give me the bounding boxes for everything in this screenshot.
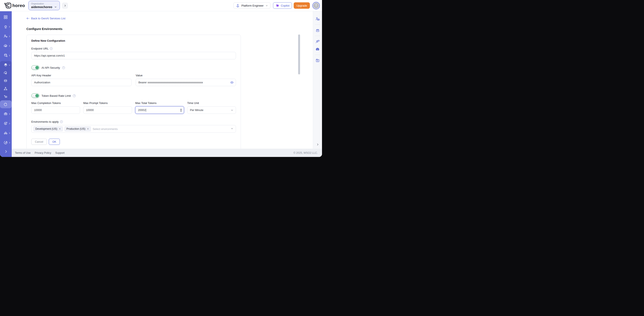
chevron-right-icon	[8, 35, 11, 37]
chevron-down-icon	[8, 64, 11, 66]
time-unit-select[interactable]: Per Minute	[187, 106, 236, 114]
sidebar-group-platform-services	[0, 61, 12, 108]
token-based-rate-limit-toggle[interactable]	[31, 93, 40, 98]
rail-divider	[315, 36, 320, 36]
page-title: Configure Environments	[26, 27, 313, 31]
footer-link-support[interactable]: Support	[55, 152, 64, 155]
section-title: Define New Configuration	[31, 39, 236, 42]
max-completion-tokens-input[interactable]	[31, 106, 80, 114]
rail-item-feedback[interactable]	[314, 38, 321, 45]
svg-text:K8S: K8S	[5, 114, 6, 115]
role-selector[interactable]: Platform Engineer	[234, 2, 270, 9]
sidebar-item-code-service[interactable]	[0, 77, 12, 85]
rail-divider	[315, 24, 320, 25]
vertical-scrollbar[interactable]	[298, 34, 300, 74]
main-content: Back to GenAI Services List Configure En…	[12, 11, 313, 149]
chevron-right-icon	[8, 122, 11, 125]
help-icon[interactable]: ?	[50, 47, 52, 50]
chevron-right-icon	[8, 45, 11, 47]
ok-button[interactable]: OK	[49, 139, 60, 145]
cloud-card-icon	[4, 44, 8, 48]
back-to-genai-services-link[interactable]: Back to GenAI Services List	[26, 17, 66, 20]
sidebar-item-dashboard[interactable]	[0, 12, 12, 22]
max-completion-tokens-label: Max Completion Tokens	[31, 101, 80, 105]
cloud-database-icon	[4, 71, 8, 75]
cancel-button[interactable]: Cancel	[31, 139, 47, 145]
sidebar-item-cloud-database[interactable]	[0, 69, 12, 77]
rail-expand-button[interactable]	[313, 143, 322, 146]
sidebar-item-build[interactable]	[0, 22, 12, 31]
api-key-value-input[interactable]	[136, 79, 236, 86]
time-unit-value: Per Minute	[190, 108, 204, 112]
chevron-right-icon	[316, 143, 319, 146]
organization-selector[interactable]: Organization aidemochoreo	[28, 1, 60, 10]
chevron-right-icon	[4, 150, 8, 153]
chevron-right-icon	[8, 54, 11, 57]
sidebar-item-topology[interactable]	[0, 85, 12, 93]
copilot-label: Copilot	[281, 4, 290, 7]
api-key-header-label: API Key Header	[31, 74, 132, 77]
sidebar-item-bot-service[interactable]	[0, 93, 12, 100]
reveal-value-button[interactable]	[230, 81, 234, 84]
max-total-tokens-input[interactable]: 20002	[135, 106, 184, 114]
right-rail	[313, 11, 322, 149]
chip-remove-icon[interactable]: ✕	[87, 128, 89, 130]
help-icon[interactable]: ?	[62, 66, 65, 69]
organization-value: aidemochoreo	[31, 5, 52, 9]
help-icon[interactable]: ?	[73, 94, 76, 97]
choreo-docs-icon	[315, 58, 320, 63]
chevron-right-icon	[64, 4, 66, 7]
sidebar-item-kubernetes[interactable]: K8S	[0, 109, 12, 119]
bot-service-icon	[4, 94, 8, 99]
max-total-tokens-label: Max Total Tokens	[135, 101, 184, 105]
endpoint-url-input[interactable]	[31, 52, 236, 59]
help-icon[interactable]: ?	[60, 120, 63, 123]
top-bar: horeo Organization aidemochoreo Platform…	[0, 0, 322, 11]
expand-breadcrumb-button[interactable]	[62, 2, 68, 9]
chip-label: Production (US)	[66, 127, 86, 130]
max-total-tokens-value: 20002	[138, 108, 146, 112]
sidebar-expand-button[interactable]	[0, 148, 12, 155]
platform-role-icon	[236, 3, 240, 8]
arrow-left-icon	[26, 17, 30, 20]
ai-api-security-toggle[interactable]	[31, 65, 40, 70]
sidebar-item-genai-services[interactable]	[0, 100, 12, 108]
sidebar-item-deploy-target[interactable]	[0, 119, 12, 128]
upgrade-button[interactable]: Upgrade	[294, 2, 310, 9]
api-key-header-input[interactable]	[31, 79, 132, 86]
discord-icon	[315, 47, 320, 52]
copilot-button[interactable]: Copilot	[273, 2, 292, 9]
sidebar-item-observe[interactable]	[0, 128, 12, 138]
rail-item-developer-code[interactable]	[314, 15, 321, 23]
number-stepper[interactable]	[180, 109, 182, 112]
developer-code-icon	[315, 16, 320, 21]
chevron-right-icon	[8, 142, 11, 144]
copilot-robot-icon	[276, 3, 280, 7]
target-wrench-icon	[4, 121, 8, 126]
footer-link-privacy[interactable]: Privacy Policy	[35, 152, 51, 155]
footer-link-terms[interactable]: Terms of Use	[15, 152, 31, 155]
stepper-down-icon[interactable]	[180, 111, 182, 112]
rail-item-choreo-docs[interactable]	[314, 57, 321, 64]
rail-item-discord[interactable]	[314, 45, 321, 53]
sidebar-item-identity[interactable]	[0, 31, 12, 41]
sidebar-item-layers[interactable]	[0, 61, 12, 69]
rail-item-marketplace[interactable]	[314, 26, 321, 34]
configuration-card: Define New Configuration Endpoint URL ? …	[26, 35, 241, 149]
token-based-rate-limit-label: Token Based Rate Limit	[42, 94, 71, 97]
organization-label: Organization	[31, 2, 58, 5]
environments-multiselect[interactable]: Development (US) ✕ Production (US) ✕ Sel…	[31, 125, 236, 133]
role-value: Platform Engineer	[242, 4, 264, 7]
stepper-up-icon[interactable]	[180, 109, 182, 110]
sidebar-item-cloud-apis[interactable]	[0, 41, 12, 51]
chip-remove-icon[interactable]: ✕	[59, 128, 61, 130]
environments-to-apply-label: Environments to apply	[31, 120, 59, 123]
sidebar-item-admin-tools[interactable]	[0, 138, 12, 147]
multiselect-placeholder: Select environments	[93, 127, 118, 131]
sidebar-item-data-query[interactable]	[0, 51, 12, 60]
ai-api-security-label: AI API Security	[42, 66, 60, 69]
eye-icon	[230, 81, 234, 84]
user-avatar[interactable]: T	[312, 2, 320, 9]
max-prompt-tokens-input[interactable]	[83, 106, 132, 114]
time-unit-label: Time Unit	[187, 101, 236, 105]
